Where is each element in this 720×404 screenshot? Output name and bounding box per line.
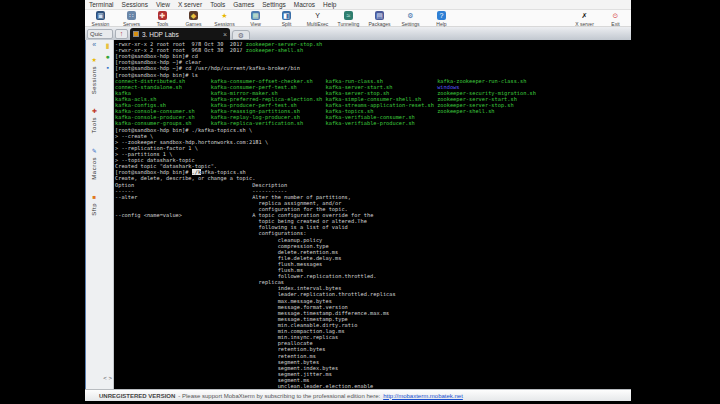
exit-icon: ⊙ bbox=[611, 11, 620, 20]
sidebar-tab-label: Sftp bbox=[91, 203, 97, 216]
mobatek-link[interactable]: http://mobaxterm.mobatek.net bbox=[383, 393, 463, 399]
split-icon: ◧ bbox=[282, 11, 291, 20]
sidebar-tab-label: Tools bbox=[91, 117, 97, 134]
menu-bar: TerminalSessionsViewX serverToolsGamesSe… bbox=[85, 0, 631, 10]
sidebar-tab-sftp[interactable]: ■Sftp bbox=[91, 194, 97, 216]
sftp-tab-icon: ■ bbox=[92, 194, 96, 201]
menu-help[interactable]: Help bbox=[319, 0, 340, 10]
multiexec-icon: Y bbox=[313, 11, 322, 20]
new-tab-settings-button[interactable]: ⚙ bbox=[232, 30, 250, 40]
sidebar-tab-macros[interactable]: ✎Macros bbox=[91, 148, 97, 180]
help-icon: ? bbox=[437, 11, 446, 20]
menu-x-server[interactable]: X server bbox=[174, 0, 206, 10]
tunneling-icon: ≈ bbox=[344, 11, 353, 20]
exit-button[interactable]: ⊙Exit bbox=[600, 10, 631, 27]
quick-connect-button[interactable]: Quic bbox=[87, 29, 113, 39]
tab-title: 3. HDP Labs bbox=[142, 31, 219, 38]
tab-bar: Quic ↑ 3. HDP Labs × ⚙ bbox=[85, 27, 631, 40]
folder-icon[interactable]: ▮ bbox=[106, 40, 110, 51]
view-icon: ▦ bbox=[251, 11, 260, 20]
menu-games[interactable]: Games bbox=[229, 0, 258, 10]
menu-view[interactable]: View bbox=[152, 0, 174, 10]
sidebar-tab-label: Macros bbox=[91, 157, 97, 180]
tools-tab-icon: ✚ bbox=[92, 108, 97, 115]
toolbar: ▣Session∷Servers✚Tools◆Games★Sessions▦Vi… bbox=[85, 10, 631, 27]
packages-icon: ▤ bbox=[375, 11, 384, 20]
menu-sessions[interactable]: Sessions bbox=[118, 0, 152, 10]
games-button[interactable]: ◆Games bbox=[178, 10, 209, 27]
sidebar-tab-label: Sessions bbox=[91, 66, 97, 94]
terminal[interactable]: -rwxr-xr-x 2 root root 978 Oct 30 2017 z… bbox=[115, 41, 720, 389]
tools-button[interactable]: ✚Tools bbox=[147, 10, 178, 27]
menu-settings[interactable]: Settings bbox=[258, 0, 290, 10]
status-message: - Please support MobaXterm by subscribin… bbox=[178, 393, 380, 399]
toolbar-left-group: ▣Session∷Servers✚Tools◆Games★Sessions▦Vi… bbox=[85, 10, 457, 27]
toolbar-right-group: ✗X server⊙Exit bbox=[569, 10, 631, 27]
split-button[interactable]: ◧Split bbox=[271, 10, 302, 27]
sidebar-nav-arrows[interactable]: < > bbox=[103, 375, 112, 381]
xserver-icon: ✗ bbox=[580, 11, 589, 20]
view-button[interactable]: ▦View bbox=[240, 10, 271, 27]
sidebar-tab-strip: « ★Sessions✚Tools✎Macros■Sftp bbox=[86, 40, 102, 389]
servers-button[interactable]: ∷Servers bbox=[116, 10, 147, 27]
terminal-tab-icon bbox=[133, 31, 139, 37]
sidebar-collapse-icon[interactable]: « bbox=[92, 41, 96, 49]
help-button[interactable]: ?Help bbox=[426, 10, 457, 27]
tab-hdp-labs[interactable]: 3. HDP Labs × bbox=[130, 28, 230, 40]
status-bar: UNREGISTERED VERSION - Please support Mo… bbox=[85, 389, 631, 401]
servers-icon: ∷ bbox=[127, 11, 136, 20]
games-icon: ◆ bbox=[189, 11, 198, 20]
detach-up-arrow-button[interactable]: ↑ bbox=[115, 29, 128, 39]
sidebar-tab-tools[interactable]: ✚Tools bbox=[91, 108, 97, 134]
menu-terminal[interactable]: Terminal bbox=[85, 0, 118, 10]
tunneling-button[interactable]: ≈Tunneling bbox=[333, 10, 364, 27]
x-server-button[interactable]: ✗X server bbox=[569, 10, 600, 27]
tools-icon: ✚ bbox=[158, 11, 167, 20]
multiexec-button[interactable]: YMultiExec bbox=[302, 10, 333, 27]
sessions-tab-icon: ★ bbox=[91, 57, 96, 64]
tab-close-icon[interactable]: × bbox=[223, 31, 227, 38]
unregistered-version-label: UNREGISTERED VERSION bbox=[99, 393, 175, 399]
status-ok-icon[interactable]: ● bbox=[106, 51, 110, 62]
saved-session-icon[interactable]: ▪ bbox=[106, 62, 108, 73]
left-sidebar: « ★Sessions✚Tools✎Macros■Sftp ▮●▪< > bbox=[85, 40, 114, 389]
menu-macros[interactable]: Macros bbox=[290, 0, 319, 10]
menu-tools[interactable]: Tools bbox=[206, 0, 229, 10]
settings-button[interactable]: ⚙Settings bbox=[395, 10, 426, 27]
macros-tab-icon: ✎ bbox=[92, 148, 97, 155]
session-icon: ▣ bbox=[96, 11, 105, 20]
session-button[interactable]: ▣Session bbox=[85, 10, 116, 27]
packages-button[interactable]: ▤Packages bbox=[364, 10, 395, 27]
sidebar-tab-sessions[interactable]: ★Sessions bbox=[91, 57, 97, 94]
sessions-button[interactable]: ★Sessions bbox=[209, 10, 240, 27]
sidebar-session-tree: ▮●▪< > bbox=[102, 40, 113, 389]
settings-icon: ⚙ bbox=[406, 11, 415, 20]
star-icon: ★ bbox=[220, 11, 229, 20]
